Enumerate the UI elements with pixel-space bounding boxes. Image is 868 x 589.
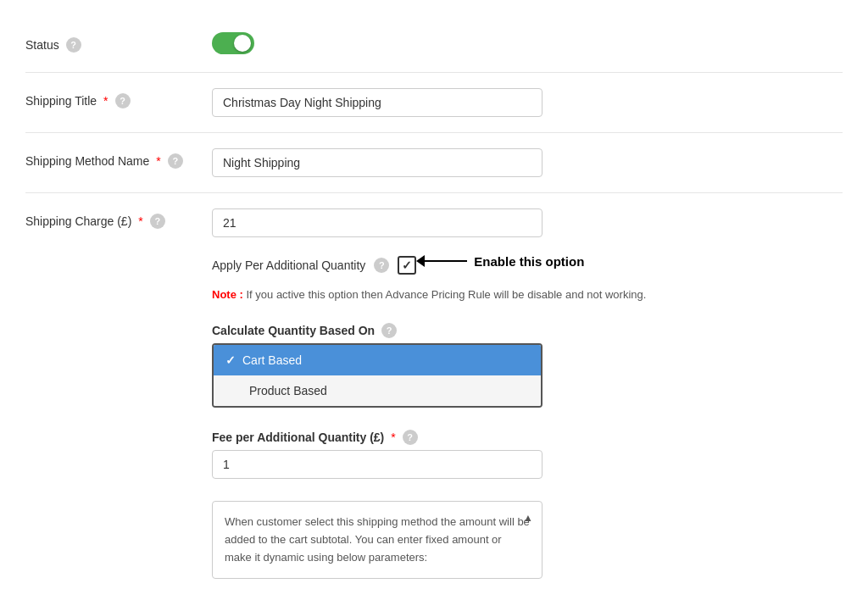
shipping-charge-required: *	[138, 214, 142, 228]
fee-required: *	[391, 431, 395, 444]
calc-section: Calculate Quantity Based On ? ✓ Cart Bas…	[212, 323, 843, 408]
shipping-charge-help-icon[interactable]: ?	[150, 214, 165, 229]
shipping-method-name-label: Shipping Method Name * ?	[25, 148, 212, 169]
note-row: Note : If you active this option then Ad…	[212, 288, 843, 301]
quantity-dropdown[interactable]: ✓ Cart Based Product Based	[212, 343, 542, 408]
fee-help-icon[interactable]: ?	[403, 430, 418, 445]
shipping-title-label-text: Shipping Title	[25, 94, 97, 108]
info-text: When customer select this shipping metho…	[225, 515, 530, 564]
shipping-charge-content: Apply Per Additional Quantity ? ✓ Enable…	[212, 208, 843, 589]
fee-label: Fee per Additional Quantity (£)	[212, 431, 384, 444]
apply-qty-help-icon[interactable]: ?	[374, 258, 389, 273]
calc-label: Calculate Quantity Based On	[212, 324, 375, 337]
apply-qty-row: Apply Per Additional Quantity ? ✓	[212, 256, 416, 275]
status-toggle[interactable]	[212, 32, 254, 54]
note-label: Note :	[212, 288, 243, 301]
note-text: If you active this option then Advance P…	[246, 288, 646, 301]
shipping-method-name-row: Shipping Method Name * ?	[25, 133, 843, 193]
fee-input[interactable]	[212, 450, 542, 479]
shipping-method-name-label-text: Shipping Method Name	[25, 154, 149, 168]
shipping-method-name-required: *	[156, 154, 160, 168]
fee-label-row: Fee per Additional Quantity (£) * ?	[212, 430, 843, 445]
info-box: When customer select this shipping metho…	[212, 501, 542, 579]
status-content	[212, 32, 843, 57]
dropdown-option-cart-based[interactable]: ✓ Cart Based	[214, 345, 541, 375]
cart-based-label: Cart Based	[242, 353, 302, 367]
status-label: Status ?	[25, 32, 212, 53]
shipping-title-row: Shipping Title * ?	[25, 73, 843, 133]
shipping-method-name-content	[212, 148, 843, 177]
shipping-title-required: *	[103, 94, 108, 108]
apply-qty-annotation-row: Apply Per Additional Quantity ? ✓ Enable…	[212, 247, 843, 275]
cart-based-check-icon: ✓	[225, 353, 236, 367]
status-label-text: Status	[25, 38, 59, 52]
qty-check-icon: ✓	[402, 258, 412, 272]
enable-arrow	[416, 255, 467, 267]
shipping-title-input[interactable]	[212, 88, 542, 117]
calc-label-row: Calculate Quantity Based On ?	[212, 323, 843, 338]
shipping-title-label: Shipping Title * ?	[25, 88, 212, 108]
shipping-charge-label: Shipping Charge (£) * ?	[25, 208, 212, 229]
shipping-charge-input[interactable]	[212, 208, 542, 237]
info-box-collapse-icon[interactable]: ▲	[523, 510, 533, 526]
dropdown-option-product-based[interactable]: Product Based	[214, 375, 541, 406]
shipping-method-name-input[interactable]	[212, 148, 542, 177]
fee-section: Fee per Additional Quantity (£) * ?	[212, 430, 843, 479]
shipping-title-help-icon[interactable]: ?	[115, 93, 131, 108]
shipping-method-name-help-icon[interactable]: ?	[168, 153, 183, 169]
product-based-label: Product Based	[249, 384, 327, 397]
shipping-title-content	[212, 88, 843, 117]
status-help-icon[interactable]: ?	[66, 37, 81, 53]
enable-annotation-text: Enable this option	[474, 254, 584, 269]
shipping-charge-row: Shipping Charge (£) * ? Apply Per Additi…	[25, 193, 843, 589]
shipping-charge-label-text: Shipping Charge (£)	[25, 214, 131, 228]
apply-qty-checkbox[interactable]: ✓	[398, 256, 416, 275]
apply-qty-label: Apply Per Additional Quantity	[212, 258, 365, 272]
arrow-head-icon	[416, 255, 425, 267]
status-row: Status ?	[25, 17, 843, 73]
toggle-slider	[212, 32, 254, 54]
calc-help-icon[interactable]: ?	[381, 323, 397, 338]
arrow-shaft	[425, 260, 467, 262]
